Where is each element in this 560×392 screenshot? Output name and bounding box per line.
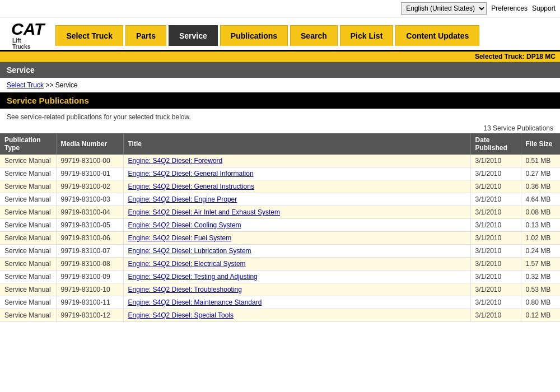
- cell-type: Service Manual: [0, 309, 56, 322]
- tab-select-truck[interactable]: Select Truck: [55, 25, 123, 46]
- header: CAT Lift Trucks Select Truck Parts Servi…: [0, 17, 560, 52]
- cell-title: Engine: S4Q2 Diesel: Engine Proper: [123, 193, 470, 206]
- publication-link[interactable]: Engine: S4Q2 Diesel: Maintenance Standar…: [128, 298, 262, 306]
- cell-title: Engine: S4Q2 Diesel: Maintenance Standar…: [123, 296, 470, 309]
- tab-search[interactable]: Search: [290, 25, 338, 46]
- nav: Select Truck Parts Service Publications …: [55, 25, 560, 46]
- publication-link[interactable]: Engine: S4Q2 Diesel: Air Inlet and Exhau…: [128, 208, 280, 216]
- selected-truck-label: Selected Truck:: [475, 53, 525, 60]
- breadcrumb-current: Service: [55, 81, 78, 89]
- col-header-type: Publication Type: [0, 133, 56, 155]
- cell-title: Engine: S4Q2 Diesel: Special Tools: [123, 309, 470, 322]
- cell-media: 99719-83100-05: [56, 219, 123, 232]
- cell-date: 3/1/2010: [470, 206, 521, 219]
- table-row: Service Manual99719-83100-10Engine: S4Q2…: [0, 283, 560, 296]
- table-row: Service Manual99719-83100-01Engine: S4Q2…: [0, 167, 560, 180]
- col-header-date: Date Published: [470, 133, 521, 155]
- cell-date: 3/1/2010: [470, 232, 521, 245]
- cell-type: Service Manual: [0, 206, 56, 219]
- cell-date: 3/1/2010: [470, 155, 521, 167]
- publication-count: 13 Service Publications: [0, 123, 560, 133]
- table-row: Service Manual99719-83100-08Engine: S4Q2…: [0, 258, 560, 270]
- breadcrumb: Select Truck >> Service: [0, 78, 560, 92]
- cell-type: Service Manual: [0, 232, 56, 245]
- publication-link[interactable]: Engine: S4Q2 Diesel: General Information: [128, 170, 254, 178]
- col-header-title: Title: [123, 133, 470, 155]
- cell-size: 0.51 MB: [521, 155, 560, 167]
- cell-title: Engine: S4Q2 Diesel: Lubrication System: [123, 245, 470, 258]
- cell-size: 1.02 MB: [521, 232, 560, 245]
- publication-link[interactable]: Engine: S4Q2 Diesel: Fuel System: [128, 234, 232, 242]
- cell-media: 99719-83100-09: [56, 270, 123, 283]
- publication-link[interactable]: Engine: S4Q2 Diesel: Testing and Adjusti…: [128, 273, 258, 281]
- table-row: Service Manual99719-83100-04Engine: S4Q2…: [0, 206, 560, 219]
- cell-size: 0.80 MB: [521, 296, 560, 309]
- lift-text: Lift: [12, 38, 30, 44]
- publication-link[interactable]: Engine: S4Q2 Diesel: Lubrication System: [128, 247, 251, 255]
- cell-size: 1.57 MB: [521, 258, 560, 270]
- trucks-text: Trucks: [12, 44, 30, 50]
- cell-size: 0.08 MB: [521, 206, 560, 219]
- page-description: See service-related publications for you…: [0, 109, 560, 123]
- cell-title: Engine: S4Q2 Diesel: Testing and Adjusti…: [123, 270, 470, 283]
- cell-type: Service Manual: [0, 283, 56, 296]
- cell-type: Service Manual: [0, 245, 56, 258]
- cell-title: Engine: S4Q2 Diesel: Cooling System: [123, 219, 470, 232]
- tab-pick-list[interactable]: Pick List: [340, 25, 394, 46]
- top-bar: English (United States)French (Canada)Sp…: [0, 0, 560, 17]
- cell-size: 0.32 MB: [521, 270, 560, 283]
- cell-date: 3/1/2010: [470, 245, 521, 258]
- cell-size: 0.24 MB: [521, 245, 560, 258]
- cell-media: 99719-83100-03: [56, 193, 123, 206]
- cell-media: 99719-83100-12: [56, 309, 123, 322]
- publication-link[interactable]: Engine: S4Q2 Diesel: Engine Proper: [128, 195, 237, 203]
- publication-link[interactable]: Engine: S4Q2 Diesel: Electrical System: [128, 260, 246, 268]
- cell-media: 99719-83100-10: [56, 283, 123, 296]
- cell-type: Service Manual: [0, 219, 56, 232]
- cell-type: Service Manual: [0, 155, 56, 167]
- cell-type: Service Manual: [0, 270, 56, 283]
- tab-content-updates[interactable]: Content Updates: [395, 25, 479, 46]
- table-row: Service Manual99719-83100-06Engine: S4Q2…: [0, 232, 560, 245]
- cell-media: 99719-83100-08: [56, 258, 123, 270]
- table-body: Service Manual99719-83100-00Engine: S4Q2…: [0, 155, 560, 322]
- language-selector[interactable]: English (United States)French (Canada)Sp…: [401, 2, 487, 15]
- publication-link[interactable]: Engine: S4Q2 Diesel: Troubleshooting: [128, 286, 242, 293]
- cat-logo-text: CAT: [11, 21, 44, 38]
- preferences-link[interactable]: Preferences: [491, 4, 528, 12]
- table-row: Service Manual99719-83100-09Engine: S4Q2…: [0, 270, 560, 283]
- tab-publications[interactable]: Publications: [220, 25, 288, 46]
- table-row: Service Manual99719-83100-07Engine: S4Q2…: [0, 245, 560, 258]
- table-row: Service Manual99719-83100-03Engine: S4Q2…: [0, 193, 560, 206]
- page-section-header: Service: [0, 62, 560, 78]
- cell-size: 0.27 MB: [521, 167, 560, 180]
- cell-title: Engine: S4Q2 Diesel: Troubleshooting: [123, 283, 470, 296]
- cell-date: 3/1/2010: [470, 309, 521, 322]
- selected-truck-value: DP18 MC: [526, 53, 556, 60]
- cell-media: 99719-83100-04: [56, 206, 123, 219]
- table-header-row: Publication Type Media Number Title Date…: [0, 133, 560, 155]
- tab-service[interactable]: Service: [169, 25, 218, 46]
- cell-type: Service Manual: [0, 180, 56, 193]
- tab-parts[interactable]: Parts: [125, 25, 166, 46]
- publication-link[interactable]: Engine: S4Q2 Diesel: General Instruction…: [128, 183, 254, 190]
- publication-link[interactable]: Engine: S4Q2 Diesel: Cooling System: [128, 221, 241, 229]
- publications-table-wrapper: Publication Type Media Number Title Date…: [0, 133, 560, 322]
- breadcrumb-select-truck[interactable]: Select Truck: [7, 81, 44, 89]
- cell-title: Engine: S4Q2 Diesel: General Information: [123, 167, 470, 180]
- table-row: Service Manual99719-83100-11Engine: S4Q2…: [0, 296, 560, 309]
- selected-truck-bar: Selected Truck: DP18 MC: [0, 52, 560, 62]
- publication-link[interactable]: Engine: S4Q2 Diesel: Special Tools: [128, 311, 234, 319]
- cell-media: 99719-83100-11: [56, 296, 123, 309]
- logo: CAT Lift Trucks: [0, 21, 55, 50]
- cell-media: 99719-83100-02: [56, 180, 123, 193]
- cell-size: 0.36 MB: [521, 180, 560, 193]
- cell-date: 3/1/2010: [470, 180, 521, 193]
- support-link[interactable]: Support: [532, 4, 556, 12]
- cell-media: 99719-83100-00: [56, 155, 123, 167]
- cell-type: Service Manual: [0, 258, 56, 270]
- cell-title: Engine: S4Q2 Diesel: Fuel System: [123, 232, 470, 245]
- section-title: Service Publications: [0, 92, 560, 109]
- table-row: Service Manual99719-83100-00Engine: S4Q2…: [0, 155, 560, 167]
- publication-link[interactable]: Engine: S4Q2 Diesel: Foreword: [128, 157, 223, 165]
